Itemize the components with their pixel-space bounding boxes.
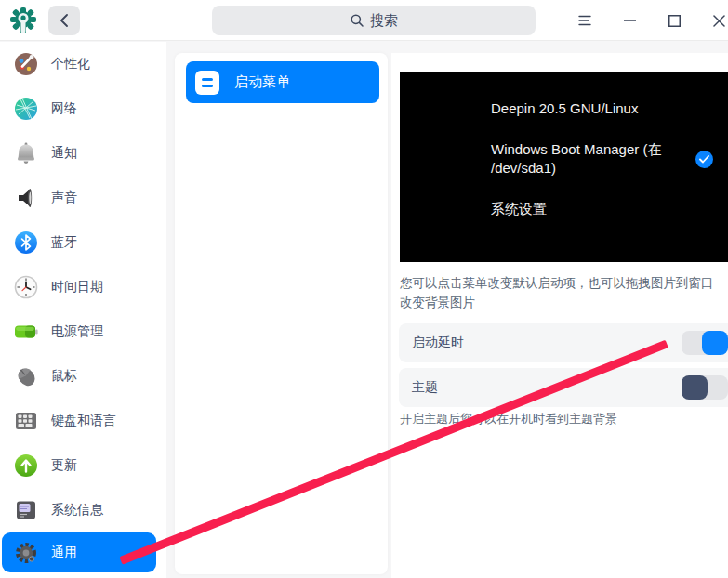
search-input[interactable]: 搜索	[212, 6, 536, 35]
sidebar-item-sysinfo[interactable]: 系统信息	[0, 488, 166, 532]
sidebar-item-power[interactable]: 电源管理	[0, 309, 166, 354]
boot-entry[interactable]: 系统设置	[491, 200, 728, 219]
boot-preview: Deepin 20.5 GNU/Linux Windows Boot Manag…	[400, 72, 728, 262]
boot-entry[interactable]: Deepin 20.5 GNU/Linux	[491, 99, 728, 119]
setting-row-boot-delay: 启动延时	[399, 323, 728, 362]
sidebar-item-label: 通知	[51, 145, 77, 162]
sidebar-item-label: 时间日期	[51, 279, 103, 296]
titlebar: 搜索	[0, 0, 728, 41]
app-logo-icon	[7, 5, 39, 36]
sidebar-item-bluetooth[interactable]: 蓝牙	[0, 220, 166, 265]
sidebar-item-label: 声音	[51, 190, 77, 206]
sidebar-item-notification[interactable]: 通知	[0, 131, 166, 176]
sidebar-item-general[interactable]: 通用	[2, 532, 156, 572]
sidebar-item-label: 通用	[51, 545, 77, 561]
minimize-icon[interactable]	[607, 0, 652, 41]
sidebar-item-label: 键盘和语言	[51, 413, 116, 429]
notification-icon	[13, 140, 39, 166]
submenu-panel: 启动菜单	[175, 53, 388, 574]
sidebar-item-label: 更新	[51, 457, 77, 474]
boot-entry-label: Deepin 20.5 GNU/Linux	[491, 99, 638, 119]
sidebar-item-datetime[interactable]: 时间日期	[0, 265, 166, 309]
control-center-window: 搜索 个性化	[0, 0, 728, 578]
boot-delay-label: 启动延时	[412, 335, 464, 351]
datetime-icon	[13, 274, 39, 300]
search-icon	[350, 13, 364, 28]
close-icon[interactable]	[696, 0, 728, 41]
sidebar: 个性化 网络 通知 声音 蓝牙	[0, 42, 166, 578]
boot-entry-label: Windows Boot Manager (在 /dev/sda1)	[491, 140, 682, 178]
theme-hint: 开启主题后您可以在开机时看到主题背景	[400, 410, 725, 428]
maximize-icon[interactable]	[652, 0, 696, 41]
bluetooth-icon	[13, 230, 39, 256]
sidebar-item-mouse[interactable]: 鼠标	[0, 354, 166, 399]
back-button[interactable]	[48, 6, 80, 35]
keyboard-icon	[13, 408, 39, 434]
boot-menu-settings-panel: Deepin 20.5 GNU/Linux Windows Boot Manag…	[391, 53, 728, 578]
sidebar-item-label: 蓝牙	[51, 234, 77, 251]
boot-menu-icon	[195, 71, 219, 95]
mouse-icon	[13, 363, 39, 389]
sidebar-item-label: 个性化	[51, 56, 90, 72]
setting-row-theme: 主题	[399, 368, 728, 407]
sidebar-item-label: 鼠标	[51, 368, 77, 385]
boot-menu-hint: 您可以点击菜单改变默认启动项，也可以拖拽图片到窗口改变背景图片	[400, 274, 725, 313]
sidebar-item-update[interactable]: 更新	[0, 443, 166, 488]
sound-icon	[13, 185, 39, 211]
theme-label: 主题	[412, 379, 438, 396]
sidebar-item-label: 电源管理	[51, 323, 103, 340]
search-placeholder: 搜索	[370, 12, 398, 30]
sidebar-item-label: 网络	[51, 100, 77, 117]
sidebar-item-keyboard[interactable]: 键盘和语言	[0, 399, 166, 443]
power-icon	[13, 319, 39, 345]
boot-delay-toggle[interactable]	[682, 331, 728, 355]
general-icon	[13, 540, 39, 566]
sidebar-item-personalization[interactable]: 个性化	[0, 42, 166, 86]
submenu-item-boot-menu[interactable]: 启动菜单	[186, 61, 379, 103]
theme-toggle[interactable]	[682, 375, 728, 400]
menu-icon[interactable]	[563, 0, 607, 41]
boot-entry-label: 系统设置	[491, 200, 547, 219]
network-icon	[13, 96, 39, 122]
window-controls	[563, 0, 728, 41]
submenu-item-label: 启动菜单	[234, 73, 290, 91]
sidebar-item-network[interactable]: 网络	[0, 86, 166, 131]
boot-entry[interactable]: Windows Boot Manager (在 /dev/sda1)	[491, 140, 728, 178]
update-icon	[13, 453, 39, 479]
selected-check-icon	[695, 151, 713, 168]
sidebar-item-sound[interactable]: 声音	[0, 176, 166, 220]
sysinfo-icon	[13, 497, 39, 523]
sidebar-item-label: 系统信息	[51, 502, 103, 519]
personalization-icon	[13, 51, 39, 77]
